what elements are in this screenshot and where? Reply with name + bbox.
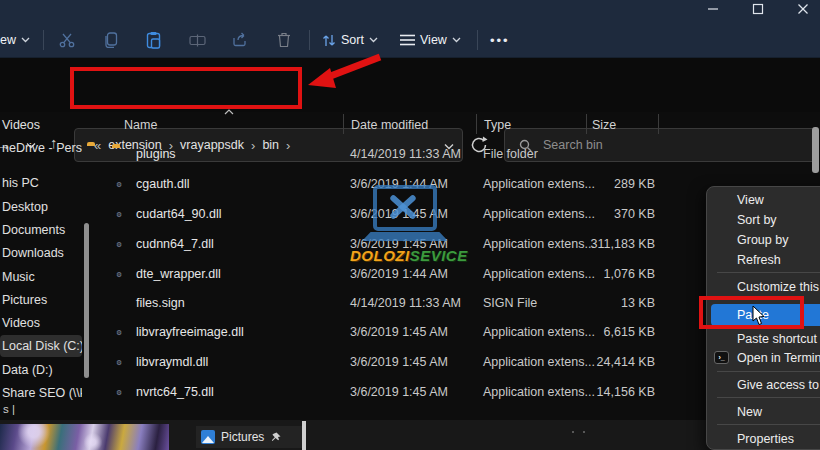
maximize-icon[interactable] (752, 3, 764, 15)
file-row[interactable]: ⚙ cgauth.dll 3/6/2019 1:44 AM Applicatio… (100, 170, 800, 200)
column-header-name[interactable]: Name (124, 114, 157, 136)
sidebar-item-videos-2[interactable]: Videos (0, 312, 82, 334)
column-separator[interactable] (658, 114, 659, 134)
pinned-pictures-item[interactable]: Pictures (196, 426, 302, 448)
sidebar-item-share-seo[interactable]: Share SEO (\\kha (0, 382, 82, 404)
rename-icon[interactable] (189, 34, 206, 47)
paste-icon[interactable] (146, 31, 161, 49)
file-date: 3/6/2019 1:45 AM (350, 325, 448, 339)
dll-file-icon: ⚙ (112, 355, 129, 370)
file-date: 3/6/2019 1:44 AM (350, 177, 448, 191)
file-date: 3/6/2019 1:45 AM (350, 207, 448, 221)
file-size: 14,156 KB (540, 385, 655, 399)
dll-file-icon: ⚙ (112, 325, 129, 340)
sidebar-item-this-pc[interactable]: his PC (0, 172, 82, 194)
column-separator[interactable] (586, 114, 587, 134)
chevron-down-icon (452, 37, 461, 43)
sidebar-scrollbar[interactable] (84, 223, 89, 378)
file-name: nvrtc64_75.dll (136, 385, 214, 399)
sidebar-item-pictures[interactable]: Pictures (0, 289, 82, 311)
sort-button-label: Sort (341, 33, 364, 47)
column-separator[interactable] (343, 114, 344, 134)
menu-item-sort-by[interactable]: Sort by (711, 210, 820, 230)
sidebar-item-local-disk-c[interactable]: Local Disk (C:) (0, 335, 82, 357)
sidebar-item-music[interactable]: Music (0, 266, 82, 288)
menu-item-view[interactable]: View (711, 190, 820, 210)
file-row[interactable]: ⚙ dte_wrapper.dll 3/6/2019 1:44 AM Appli… (100, 260, 800, 290)
dll-file-icon: ⚙ (112, 267, 129, 282)
toolbar-separator (43, 30, 44, 50)
view-button[interactable]: View (400, 22, 461, 58)
annotation-box-address (70, 67, 302, 109)
file-row[interactable]: ⚙ cudnn64_7.dll 3/6/2019 1:45 AM Applica… (100, 230, 800, 260)
status-bar: s | (3, 403, 15, 415)
file-date: 4/14/2019 11:33 AM (350, 147, 461, 161)
minimize-icon[interactable] (707, 3, 719, 15)
file-row[interactable]: files.sign 4/14/2019 11:33 AM SIGN File … (100, 289, 800, 319)
view-button-label: View (420, 33, 447, 47)
command-toolbar: ew (0, 22, 820, 58)
menu-item-label: Open in Terminal (737, 351, 820, 365)
file-date: 3/6/2019 1:45 AM (350, 355, 448, 369)
sidebar-item-data-d[interactable]: Data (D:) (0, 359, 82, 381)
share-icon[interactable] (232, 32, 248, 47)
file-row[interactable]: plugins 4/14/2019 11:33 AM File folder (100, 140, 800, 170)
file-row[interactable]: ⚙ nvrtc64_75.dll 3/6/2019 1:45 AM Applic… (100, 378, 800, 408)
close-icon[interactable] (797, 3, 809, 15)
dll-file-icon: ⚙ (112, 237, 129, 252)
file-row[interactable]: ⚙ libvrayfreeimage.dll 3/6/2019 1:45 AM … (100, 318, 800, 348)
title-bar (0, 0, 820, 22)
file-name: dte_wrapper.dll (136, 267, 221, 281)
file-row[interactable]: ⚙ cudart64_90.dll 3/6/2019 1:45 AM Appli… (100, 200, 800, 230)
file-size: 370 KB (540, 207, 655, 221)
menu-item-customize-folder[interactable]: Customize this fol (711, 277, 820, 297)
pin-icon (270, 432, 281, 443)
pinned-pictures-label: Pictures (221, 430, 264, 444)
column-header-type[interactable]: Type (484, 114, 511, 136)
delete-icon[interactable] (277, 32, 291, 48)
mouse-cursor (752, 306, 766, 326)
menu-item-properties[interactable]: Properties (711, 429, 820, 449)
file-list-scrollbar[interactable] (812, 127, 819, 173)
menu-item-give-access-to[interactable]: Give access to (711, 375, 820, 395)
menu-item-refresh[interactable]: Refresh (711, 250, 820, 270)
explorer-window: ew (0, 0, 820, 450)
file-name: files.sign (136, 296, 185, 310)
menu-separator (717, 397, 820, 398)
menu-separator (717, 272, 820, 273)
file-size: 289 KB (540, 177, 655, 191)
sidebar-item-documents[interactable]: Documents (0, 219, 82, 241)
background-dot (572, 431, 574, 433)
menu-item-paste-shortcut[interactable]: Paste shortcut (711, 329, 820, 349)
new-button-label: ew (0, 33, 16, 47)
sidebar-item-videos[interactable]: Videos (0, 114, 82, 136)
file-name: libvrayfreeimage.dll (136, 325, 244, 339)
file-size: 1,076 KB (540, 267, 655, 281)
menu-item-open-in-terminal[interactable]: ›_ Open in Terminal (711, 348, 820, 368)
sidebar-item-desktop[interactable]: Desktop (0, 196, 82, 218)
chevron-down-icon (369, 37, 378, 43)
sidebar-item-onedrive[interactable]: neDrive - Person (0, 137, 82, 159)
more-options-button[interactable]: ••• (490, 22, 510, 58)
dll-file-icon: ⚙ (112, 207, 129, 222)
menu-item-group-by[interactable]: Group by (711, 230, 820, 250)
file-date: 3/6/2019 1:45 AM (350, 237, 448, 251)
file-size: 6,615 KB (540, 325, 655, 339)
file-row[interactable]: ⚙ libvraymdl.dll 3/6/2019 1:45 AM Applic… (100, 348, 800, 378)
copy-icon[interactable] (103, 32, 118, 48)
column-separator[interactable] (476, 114, 477, 134)
pictures-icon (201, 430, 215, 444)
dll-file-icon: ⚙ (112, 177, 129, 192)
sidebar-item-downloads[interactable]: Downloads (0, 242, 82, 264)
new-button[interactable]: ew (0, 22, 30, 58)
file-type: SIGN File (483, 296, 537, 310)
file-name: libvraymdl.dll (136, 355, 208, 369)
cut-icon[interactable] (59, 33, 75, 48)
toolbar-separator (309, 30, 310, 50)
file-name: plugins (136, 147, 176, 161)
sort-arrows-icon (322, 34, 336, 47)
column-header-date[interactable]: Date modified (351, 114, 428, 136)
menu-item-new[interactable]: New (711, 402, 820, 422)
column-header-size[interactable]: Size (592, 114, 616, 136)
annotation-arrow (298, 50, 390, 96)
